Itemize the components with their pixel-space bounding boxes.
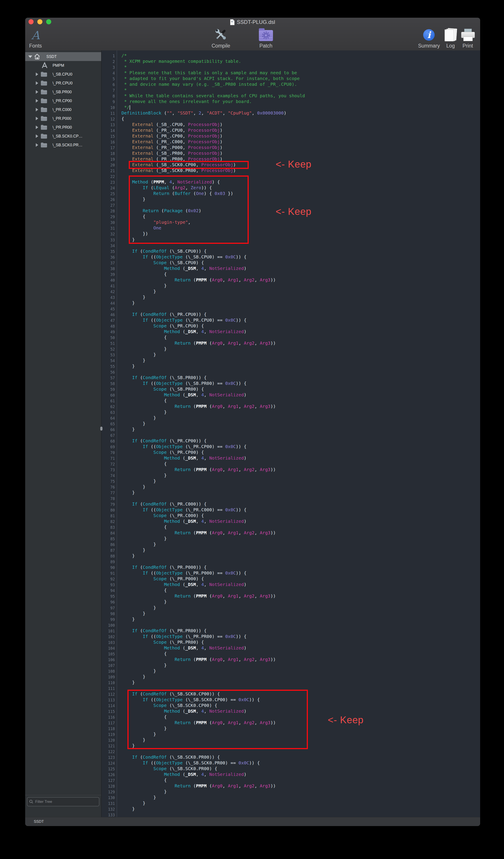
line-number: 77 [101, 490, 116, 496]
line-number: 98 [101, 611, 116, 617]
split-divider-handle[interactable] [100, 427, 103, 431]
sidebar-item-pr-cp00[interactable]: \_PR.CP00 [25, 96, 101, 105]
disclosure-triangle-icon[interactable] [36, 90, 38, 94]
line-number: 22 [101, 174, 116, 180]
code-line: Method (_DSM, 4, NotSerialized) [122, 582, 480, 587]
code-line: "plugin-type", [122, 219, 480, 225]
line-number: 49 [101, 329, 116, 335]
folder-icon [41, 80, 47, 86]
code-line: } [122, 599, 480, 605]
code-line [122, 306, 480, 312]
disclosure-triangle-icon[interactable] [36, 117, 38, 120]
code-line: } [122, 300, 480, 306]
patch-button[interactable]: Patch [259, 28, 273, 49]
disclosure-triangle-icon[interactable] [36, 73, 38, 76]
sidebar-item-sb-pr00[interactable]: \_SB.PR00 [25, 88, 101, 96]
disclosure-triangle-icon[interactable] [36, 134, 38, 138]
line-number: 40 [101, 277, 116, 283]
sidebar-item-label: PMPM [52, 63, 64, 68]
folder-icon [41, 107, 47, 113]
sidebar-item-pr-cpu0[interactable]: \_PR.CPU0 [25, 79, 101, 88]
document-icon [230, 19, 235, 25]
code-line: } [122, 806, 480, 812]
sidebar-item-sb-sck0-pr00[interactable]: \_SB.SCK0.PR… [25, 140, 101, 149]
sidebar-item-sb-cpu0[interactable]: \_SB.CPU0 [25, 70, 101, 79]
code-line [122, 749, 480, 754]
filter-input[interactable] [35, 799, 99, 804]
disclosure-triangle-icon[interactable] [36, 125, 38, 129]
navigation-tree: SSDTPMPM\_SB.CPU0\_PR.CPU0\_SB.PR00\_PR.… [25, 52, 101, 149]
code-line: { [122, 398, 480, 403]
text-caret [130, 105, 130, 110]
patch-icon [259, 28, 273, 42]
disclosure-triangle-icon[interactable] [28, 56, 32, 58]
disclosure-triangle-icon[interactable] [36, 143, 38, 147]
compile-button[interactable]: Compile [211, 28, 230, 49]
code-line: { [122, 651, 480, 657]
line-number: 125 [101, 766, 116, 772]
code-line: } [122, 415, 480, 421]
code-line: If ((ObjectType (\_SB.SCK0.CP00) == 0x0C… [122, 697, 480, 703]
filter-field[interactable] [27, 797, 99, 807]
disclosure-triangle-icon[interactable] [36, 81, 38, 85]
line-number: 84 [101, 530, 116, 536]
code-line: * [122, 64, 480, 70]
print-button[interactable]: Print [461, 28, 474, 49]
sidebar-item-ssdt[interactable]: SSDT [25, 52, 101, 61]
summary-button[interactable]: i Summary [418, 28, 440, 49]
folder-icon [41, 98, 47, 104]
sidebar-item-sb-sck0-cp00[interactable]: \_SB.SCK0.CP… [25, 132, 101, 140]
line-number: 117 [101, 720, 116, 726]
code-line [122, 685, 480, 691]
log-button[interactable]: Log [444, 28, 457, 49]
code-line: Scope (\_PR.C000) { [122, 513, 480, 518]
line-number: 95 [101, 593, 116, 599]
code-line: } [122, 421, 480, 426]
line-number: 133 [101, 812, 116, 817]
status-bar: SSDT [25, 817, 480, 826]
sidebar-item-pr-p000[interactable]: \_PR.P000 [25, 114, 101, 123]
line-number: 90 [101, 565, 116, 571]
code-line: Return (PMPM (Arg0, Arg1, Arg2, Arg3)) [122, 467, 480, 472]
code-line: { [122, 461, 480, 467]
window-titlebar[interactable]: SSDT-PLUG.dsl [25, 18, 480, 27]
code-line [122, 432, 480, 438]
sidebar-item-pr-pr00[interactable]: \_PR.PR00 [25, 123, 101, 132]
code-line: Method (_DSM, 4, NotSerialized) [122, 329, 480, 334]
line-number: 124 [101, 760, 116, 766]
code-line: } [122, 484, 480, 489]
code-line: } [122, 674, 480, 679]
line-number: 36 [101, 254, 116, 260]
code-line [122, 559, 480, 564]
line-number: 35 [101, 249, 116, 254]
code-line: Return (PMPM (Arg0, Arg1, Arg2, Arg3)) [122, 720, 480, 725]
sidebar-item-pr-c000[interactable]: \_PR.C000 [25, 105, 101, 114]
code-line: } [122, 553, 480, 559]
fonts-button[interactable]: A Fonts [29, 28, 42, 49]
method-icon [41, 62, 48, 69]
sidebar-item-pmpm[interactable]: PMPM [25, 61, 101, 70]
line-number: 86 [101, 542, 116, 547]
code-line: } [122, 800, 480, 806]
line-number: 72 [101, 461, 116, 467]
compile-icon [214, 28, 228, 42]
code-line: * remove all the ones irrelevant for you… [122, 99, 480, 104]
disclosure-triangle-icon[interactable] [36, 99, 38, 103]
line-number: 24 [101, 185, 116, 191]
line-number: 38 [101, 266, 116, 272]
line-number: 54 [101, 358, 116, 364]
disclosure-triangle-icon[interactable] [36, 108, 38, 111]
code-line: Method (_DSM, 4, NotSerialized) [122, 455, 480, 461]
line-number: 122 [101, 749, 116, 755]
home-icon [34, 53, 41, 60]
code-line: If (CondRefOf (\_SB.SCK0.PR00)) { [122, 754, 480, 760]
code-line: * XCPM power management compatibility ta… [122, 58, 480, 64]
code-line: If ((ObjectType (\_PR.C000) == 0x0C)) { [122, 507, 480, 513]
code-line: Scope (\_PR.CP00) { [122, 449, 480, 455]
code-line: Method (_DSM, 4, NotSerialized) [122, 518, 480, 524]
code-line: Method (_DSM, 4, NotSerialized) [122, 266, 480, 271]
code-line: If (CondRefOf (\_SB.CPU0)) { [122, 248, 480, 254]
line-number: 56 [101, 370, 116, 375]
code-line: If (CondRefOf (\_PR.PR00)) { [122, 628, 480, 634]
code-line: If (CondRefOf (\_SB.PR00)) { [122, 375, 480, 380]
